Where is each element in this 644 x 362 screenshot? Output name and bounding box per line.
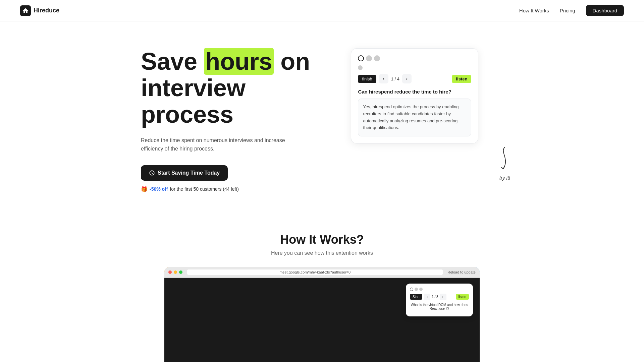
logo-icon xyxy=(20,5,31,16)
widget-page-indicator: 1 / 4 xyxy=(391,76,399,81)
dashboard-button[interactable]: Dashboard xyxy=(586,5,624,16)
dot-4 xyxy=(358,65,363,70)
widget-answer: Yes, hirespend optimizes the process by … xyxy=(358,99,471,136)
hero-left: Save hours oninterviewprocess Reduce the… xyxy=(141,48,340,192)
hero-title: Save hours oninterviewprocess xyxy=(141,48,340,128)
hero-section: Save hours oninterviewprocess Reduce the… xyxy=(121,21,523,213)
widget-finish-button[interactable]: finish xyxy=(358,75,376,83)
iw-question: What is the virtual DOM and how does Rea… xyxy=(410,303,469,310)
iw-next-button[interactable]: › xyxy=(440,294,446,300)
widget-question: Can hirespend reduce the time to hire? xyxy=(358,89,471,95)
hero-cta: Start Saving Time Today xyxy=(141,165,340,181)
dot-3 xyxy=(374,55,380,61)
browser-max-dot xyxy=(179,270,182,274)
widget-controls: finish ‹ 1 / 4 › listen xyxy=(358,74,471,83)
inner-widget: Start ‹ 1 / 8 › listen What is the virtu… xyxy=(406,284,473,316)
iw-dot-3 xyxy=(419,288,423,291)
try-it-callout: try it! xyxy=(496,145,513,181)
promo-bar: 🎁 -50% off for the first 50 customers (4… xyxy=(141,186,340,192)
iw-page-indicator: 1 / 8 xyxy=(432,295,438,299)
try-it-label: try it! xyxy=(496,175,513,181)
navbar: Hireduce How It Works Pricing Dashboard xyxy=(0,0,644,21)
how-title: How It Works? xyxy=(20,233,624,247)
try-it-arrow-icon xyxy=(496,145,513,172)
nav-how-it-works[interactable]: How It Works xyxy=(519,8,549,13)
logo-text: Hireduce xyxy=(34,7,59,14)
dot-1 xyxy=(358,55,364,61)
hero-right: finish ‹ 1 / 4 › listen Can hirespend re… xyxy=(351,48,503,143)
iw-dot-2 xyxy=(415,288,418,291)
promo-percentage: -50% off xyxy=(150,186,168,192)
widget-dots-row2 xyxy=(358,65,471,70)
iw-listen-button[interactable]: listen xyxy=(456,294,469,300)
demo-video-wrapper[interactable]: meet.google.com/mhy-kaaf-zts?authuser=0 … xyxy=(164,267,480,362)
clock-icon xyxy=(149,170,155,176)
hero-title-highlight: hours xyxy=(204,48,274,75)
widget-card: finish ‹ 1 / 4 › listen Can hirespend re… xyxy=(351,48,478,143)
nav-links: How It Works Pricing Dashboard xyxy=(519,5,624,16)
promo-suffix: for the first 50 customers (44 left) xyxy=(170,186,238,192)
browser-min-dot xyxy=(174,270,177,274)
browser-bar: meet.google.com/mhy-kaaf-zts?authuser=0 … xyxy=(164,267,480,278)
logo-link[interactable]: Hireduce xyxy=(20,5,59,16)
hero-title-pre: Save xyxy=(141,48,204,75)
iw-prev-button[interactable]: ‹ xyxy=(424,294,430,300)
dot-2 xyxy=(366,55,372,61)
hero-subtitle: Reduce the time spent on numerous interv… xyxy=(141,136,302,153)
widget-next-button[interactable]: › xyxy=(402,74,412,83)
nav-pricing[interactable]: Pricing xyxy=(560,8,575,13)
iw-dot-1 xyxy=(410,288,413,291)
cta-button[interactable]: Start Saving Time Today xyxy=(141,165,228,181)
iw-start-button[interactable]: Start xyxy=(410,294,422,300)
browser-reload: Reload to update xyxy=(447,270,476,274)
inner-widget-dots xyxy=(410,288,469,291)
inner-widget-controls: Start ‹ 1 / 8 › listen xyxy=(410,294,469,300)
browser-close-dot xyxy=(168,270,172,274)
widget-prev-button[interactable]: ‹ xyxy=(379,74,388,83)
cta-button-label: Start Saving Time Today xyxy=(158,170,220,176)
widget-dots xyxy=(358,55,471,61)
how-subtitle: Here you can see how this extention work… xyxy=(20,250,624,256)
widget-answer-text: Yes, hirespend optimizes the process by … xyxy=(363,104,459,130)
widget-listen-button[interactable]: listen xyxy=(452,75,471,83)
browser-url: meet.google.com/mhy-kaaf-zts?authuser=0 xyxy=(187,269,443,275)
how-it-works-section: How It Works? Here you can see how this … xyxy=(0,213,644,362)
promo-icon: 🎁 xyxy=(141,186,148,192)
